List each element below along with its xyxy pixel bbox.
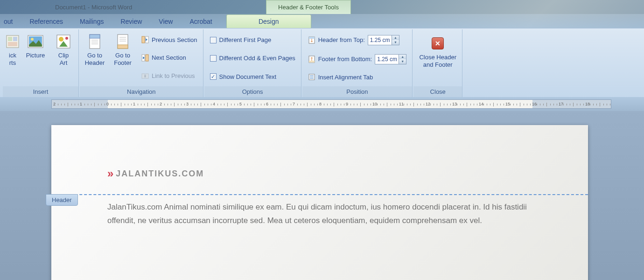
group-label-options: Options bbox=[204, 86, 301, 97]
group-insert: ick rts Picture Clip Art Insert bbox=[0, 29, 79, 97]
next-section-icon bbox=[141, 54, 149, 62]
previous-section-button[interactable]: Previous Section bbox=[140, 35, 199, 44]
group-label-navigation: Navigation bbox=[80, 86, 203, 97]
svg-point-9 bbox=[65, 37, 68, 40]
clip-art-icon bbox=[55, 33, 72, 50]
document-area: » JALANTIKUS.COM Header JalanTikus.com A… bbox=[0, 111, 644, 280]
ribbon-tabs: out References Mailings Review View Acro… bbox=[0, 14, 644, 28]
tab-layout[interactable]: out bbox=[0, 15, 21, 28]
svg-rect-20 bbox=[142, 36, 145, 43]
header-region-tab[interactable]: Header bbox=[46, 194, 78, 206]
group-navigation: Go to Header Go to Footer Previous Secti… bbox=[80, 29, 203, 97]
footer-from-bottom-label: Footer from Bottom: bbox=[318, 56, 372, 63]
svg-point-8 bbox=[59, 37, 63, 42]
tab-mailings[interactable]: Mailings bbox=[71, 15, 112, 28]
goto-footer-icon bbox=[114, 33, 131, 50]
goto-header-button[interactable]: Go to Header bbox=[82, 31, 108, 84]
group-position: Header from Top: 1.25 cm ▲▼ Footer from … bbox=[302, 29, 413, 97]
different-first-page-checkbox[interactable]: Different First Page bbox=[208, 35, 297, 44]
title-bar: Document1 - Microsoft Word Header & Foot… bbox=[0, 0, 644, 14]
next-section-button[interactable]: Next Section bbox=[140, 53, 199, 63]
group-label-insert: Insert bbox=[3, 86, 78, 97]
header-from-top-label: Header from Top: bbox=[318, 36, 365, 43]
ribbon: ick rts Picture Clip Art Insert bbox=[0, 28, 644, 97]
link-to-previous-icon bbox=[141, 72, 149, 80]
goto-header-icon bbox=[86, 33, 103, 50]
insert-alignment-tab-icon bbox=[308, 73, 315, 81]
checkbox-icon bbox=[210, 55, 217, 62]
svg-rect-3 bbox=[8, 42, 17, 46]
checkbox-icon bbox=[210, 37, 217, 43]
quick-parts-button[interactable]: ick rts bbox=[5, 31, 21, 84]
logo-text: JALANTIKUS.COM bbox=[116, 169, 204, 179]
svg-rect-1 bbox=[8, 37, 12, 41]
spinner-down-icon[interactable]: ▼ bbox=[399, 59, 406, 64]
spinner-up-icon[interactable]: ▲ bbox=[399, 55, 406, 59]
spinner-up-icon[interactable]: ▲ bbox=[392, 35, 399, 40]
horizontal-ruler[interactable]: 210123456789101112131415161718 bbox=[51, 99, 611, 109]
svg-point-6 bbox=[31, 38, 34, 41]
insert-alignment-tab-button[interactable]: Insert Alignment Tab bbox=[306, 72, 409, 82]
tab-acrobat[interactable]: Acrobat bbox=[181, 15, 220, 28]
tab-references[interactable]: References bbox=[21, 15, 71, 28]
close-icon: ✕ bbox=[429, 35, 446, 52]
header-boundary-line bbox=[51, 194, 588, 195]
header-from-top-icon bbox=[308, 36, 315, 44]
group-label-position: Position bbox=[302, 86, 413, 97]
link-to-previous-button[interactable]: Link to Previous bbox=[140, 71, 199, 81]
document-title: Document1 - Microsoft Word bbox=[55, 4, 132, 11]
page[interactable]: » JALANTIKUS.COM Header JalanTikus.com A… bbox=[51, 125, 588, 280]
spinner-down-icon[interactable]: ▼ bbox=[392, 40, 399, 45]
svg-rect-28 bbox=[309, 37, 315, 39]
svg-rect-2 bbox=[13, 37, 17, 41]
picture-button[interactable]: Picture bbox=[22, 31, 49, 84]
ruler-area: 210123456789101112131415161718 bbox=[0, 97, 644, 111]
different-odd-even-checkbox[interactable]: Different Odd & Even Pages bbox=[208, 54, 297, 63]
header-from-top-input[interactable]: 1.25 cm ▲▼ bbox=[368, 35, 399, 45]
checkbox-checked-icon bbox=[210, 73, 217, 80]
previous-section-icon bbox=[141, 36, 149, 43]
picture-icon bbox=[27, 33, 44, 50]
contextual-tab-title: Header & Footer Tools bbox=[266, 0, 351, 14]
group-label-close: Close bbox=[413, 86, 462, 97]
tab-review[interactable]: Review bbox=[112, 15, 150, 28]
svg-rect-23 bbox=[146, 55, 148, 61]
tab-design[interactable]: Design bbox=[226, 14, 311, 28]
logo-mark-icon: » bbox=[107, 167, 112, 180]
group-options: Different First Page Different Odd & Eve… bbox=[204, 29, 301, 97]
goto-footer-button[interactable]: Go to Footer bbox=[110, 31, 136, 84]
show-document-text-checkbox[interactable]: Show Document Text bbox=[208, 72, 297, 81]
contextual-tab-label: Header & Footer Tools bbox=[278, 4, 339, 11]
document-body-text[interactable]: JalanTikus.com Animal nominati similique… bbox=[107, 201, 532, 228]
svg-rect-11 bbox=[90, 35, 100, 38]
quick-parts-icon bbox=[4, 33, 21, 50]
footer-from-bottom-input[interactable]: 1.25 cm ▲▼ bbox=[375, 54, 406, 64]
header-logo: » JALANTIKUS.COM bbox=[107, 167, 532, 180]
close-header-footer-button[interactable]: ✕ Close Header and Footer bbox=[415, 31, 460, 84]
clip-art-button[interactable]: Clip Art bbox=[50, 31, 77, 84]
svg-rect-16 bbox=[118, 45, 128, 49]
footer-from-bottom-icon bbox=[308, 56, 315, 63]
group-close: ✕ Close Header and Footer Close bbox=[413, 29, 462, 97]
svg-rect-30 bbox=[309, 61, 315, 63]
tab-view[interactable]: View bbox=[150, 15, 181, 28]
